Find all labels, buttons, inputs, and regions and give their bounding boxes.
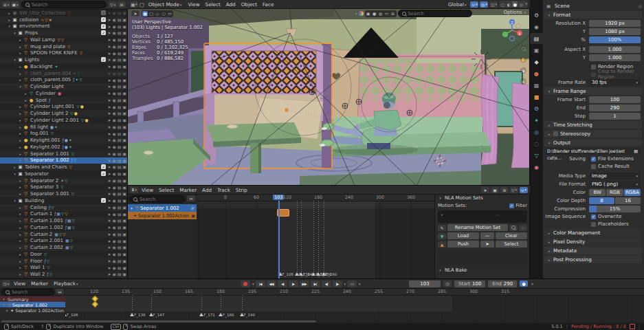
preview-range-icon[interactable]: ▭ (347, 280, 357, 287)
hide-viewport-icon[interactable]: ◉ (112, 118, 115, 122)
selectable-icon[interactable]: ➤ (107, 17, 111, 22)
disable-viewport-icon[interactable]: ▤ (118, 104, 122, 109)
selectable-icon[interactable]: ➤ (107, 44, 111, 49)
selectable-icon[interactable]: ➤ (107, 10, 111, 15)
checkbox-overwrite[interactable]: ✓ (591, 214, 596, 219)
hide-viewport-icon[interactable]: ◉ (112, 272, 115, 276)
disable-render-icon[interactable]: ▣ (122, 104, 126, 109)
expander-icon[interactable]: ▾ (12, 58, 17, 62)
filter-icon[interactable]: ▽▾ (510, 187, 518, 193)
disable-viewport-icon[interactable]: ▤ (118, 178, 122, 183)
outliner-row[interactable]: ▸●Backlight✦➤◉▤▣ (0, 63, 128, 70)
viewport-3d[interactable]: ▦▾ ◯ Object Mode▾ ViewSelectAddObjectFac… (128, 0, 530, 186)
disable-viewport-icon[interactable]: ▤ (118, 265, 122, 270)
tab-view-layer[interactable]: ▣ (530, 45, 543, 56)
object-name[interactable]: Tables and Chairs (25, 164, 67, 170)
expander-icon[interactable]: ▸ (18, 212, 23, 216)
selectable-icon[interactable]: ➤ (107, 171, 111, 176)
hide-viewport-icon[interactable]: ◉ (112, 151, 115, 156)
outliner-row[interactable]: ▸▣collision∿▽★✓➤◉▤▣ (0, 16, 128, 23)
filter-checkbox[interactable]: ✓Filter (509, 203, 527, 208)
timeline-ruler[interactable]: 1201351501651801952102252402552702853003… (65, 288, 644, 296)
hide-viewport-icon[interactable]: ◉ (112, 178, 115, 183)
outliner-row[interactable]: ▸▽Ceilingƒ▽➤◉▤▣ (0, 204, 128, 211)
current-frame-field[interactable]: 103 (409, 280, 441, 287)
snap-base-icon[interactable]: ▭ (384, 11, 390, 16)
expander-icon[interactable]: ▸ (18, 118, 23, 122)
object-name[interactable]: Curtain 2.002 (30, 245, 63, 250)
tab-particles[interactable]: ✦ (530, 115, 543, 126)
frame-start-field[interactable]: Start100 (454, 280, 485, 287)
hide-viewport-icon[interactable]: ◉ (112, 111, 115, 116)
selectable-icon[interactable]: ➤ (107, 144, 111, 149)
selectable-icon[interactable]: ➤ (107, 272, 111, 276)
expand-icon[interactable]: ↔ (56, 289, 64, 294)
tab-collection[interactable]: ▦ (530, 80, 543, 91)
selectable-icon[interactable]: ➤ (107, 239, 111, 243)
selectable-icon[interactable]: ➤ (107, 131, 111, 136)
menu-select[interactable]: Select (156, 187, 177, 193)
panel-checkbox[interactable] (553, 131, 558, 136)
outliner-row[interactable]: ▸●Keylight.002ƒ●✦➤◉▤▣ (0, 144, 128, 151)
hide-viewport-icon[interactable]: ◉ (112, 17, 115, 22)
timeline-search-input[interactable]: Search (1, 289, 54, 296)
hide-viewport-icon[interactable]: ◉ (112, 245, 115, 250)
object-name[interactable]: Cylinder Light 2 (30, 111, 68, 116)
disable-viewport-icon[interactable]: ▤ (118, 37, 122, 42)
object-name[interactable]: fog.001 (30, 131, 49, 136)
object-name[interactable]: Separator 1.002 (30, 157, 69, 163)
nla-track-area[interactable]: 060120180240300360F_106F_138F_147F_171F_… (197, 194, 441, 279)
dropdown-media-type[interactable]: Image▾ (589, 173, 641, 179)
disable-viewport-icon[interactable]: ▤ (118, 84, 122, 89)
outliner-row[interactable]: ▾▣Props✓➤◉▤▣ (0, 30, 128, 36)
disable-viewport-icon[interactable]: ▤ (118, 164, 122, 169)
hide-viewport-icon[interactable]: ◉ (112, 232, 115, 236)
panel-header-stereoscopy[interactable]: ▸Stereoscopy (544, 130, 642, 138)
disable-render-icon[interactable]: ▣ (122, 84, 126, 89)
selectable-icon[interactable]: ➤ (107, 84, 111, 89)
expander-icon[interactable]: ▸ (18, 51, 23, 55)
select-cursor-icon[interactable]: ➤ (481, 187, 489, 193)
expander-icon[interactable]: ▸ (18, 131, 23, 135)
object-name[interactable]: Curtain 2.001 (30, 238, 63, 243)
menu-view[interactable]: View (139, 187, 156, 193)
mirror-z-icon[interactable]: ◍ (378, 11, 384, 16)
expander-icon[interactable]: ▸ (18, 138, 23, 142)
menu-strip[interactable]: Strip (233, 187, 250, 193)
channel-action[interactable]: ▸✦Separator 1.002Action (0, 307, 65, 313)
prev-keyframe-button[interactable]: ◀◀ (267, 280, 276, 287)
panel-header-time-stretching[interactable]: ▸Time Stretching (544, 121, 642, 129)
tab-constraints[interactable]: ◌ (530, 138, 543, 149)
selectable-icon[interactable]: ➤ (107, 151, 111, 156)
viewport-search-input[interactable]: Search (398, 10, 472, 17)
expander-icon[interactable]: ▸ (18, 226, 23, 230)
disable-render-icon[interactable]: ▣ (122, 78, 126, 82)
disable-viewport-icon[interactable]: ▤ (118, 30, 122, 35)
disable-render-icon[interactable]: ▣ (122, 191, 126, 196)
object-name[interactable]: Wall Lamp (30, 37, 55, 43)
dropdown-file-format[interactable]: PNG (.png)▾ (589, 181, 641, 188)
disable-render-icon[interactable]: ▣ (122, 158, 126, 163)
zoom-icon[interactable] (520, 45, 526, 52)
tab-output[interactable]: ▤ (530, 33, 543, 44)
hide-viewport-icon[interactable]: ◉ (112, 57, 115, 62)
disable-render-icon[interactable]: ▣ (122, 198, 126, 203)
selectable-icon[interactable]: ➤ (107, 198, 111, 203)
disable-viewport-icon[interactable]: ▤ (118, 131, 122, 136)
disable-viewport-icon[interactable]: ▤ (118, 239, 122, 243)
outliner-row[interactable]: ▸▽Floorƒ▽➤◉▤▣ (0, 258, 128, 265)
viewport-canvas[interactable] (128, 8, 530, 186)
folder-icon[interactable]: ▤ (634, 148, 638, 155)
pan-hand-icon[interactable]: ✋ (520, 56, 526, 63)
outliner-row[interactable]: ▸▽cloth_parent.004✦▽➤◉▤▣ (0, 70, 128, 77)
channel-object[interactable]: ▾▽Separator 1.002 (0, 302, 65, 307)
disable-render-icon[interactable]: ▣ (122, 144, 126, 149)
object-name[interactable]: Wall 1 (30, 265, 45, 270)
hide-viewport-icon[interactable]: ◉ (112, 239, 115, 243)
field-y[interactable]: 1.000 (589, 54, 641, 61)
pin-icon[interactable]: ◎ (639, 3, 642, 8)
disable-render-icon[interactable]: ▣ (122, 30, 126, 35)
frame-back-button[interactable]: ◀| (322, 280, 331, 287)
outliner-row[interactable]: ▾▣Lights✓➤◉▤▣ (0, 56, 128, 63)
disable-viewport-icon[interactable]: ▤ (118, 64, 122, 69)
